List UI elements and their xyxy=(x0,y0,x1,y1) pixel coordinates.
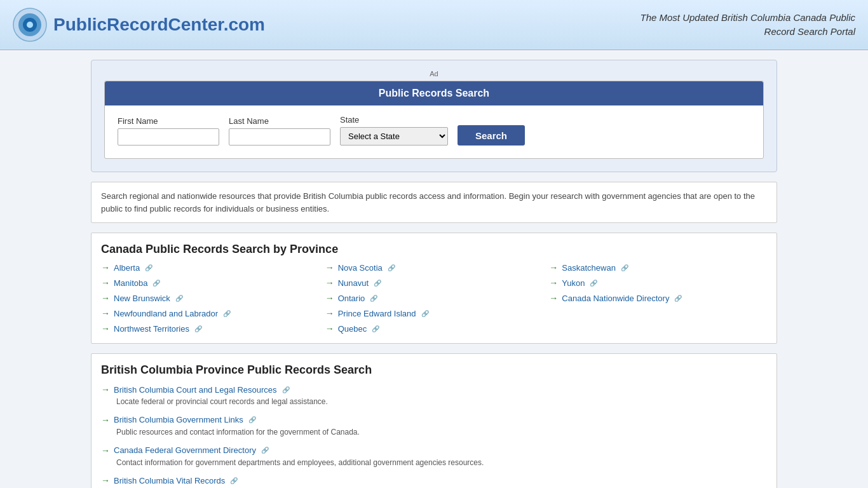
first-name-input[interactable] xyxy=(118,128,219,146)
bc-section-heading: British Columbia Province Public Records… xyxy=(101,363,767,377)
arrow-icon: → xyxy=(325,278,334,288)
arrow-icon: → xyxy=(101,308,110,318)
external-link-icon: 🔗 xyxy=(282,386,290,393)
bc-item-gov: → British Columbia Government Links 🔗 Pu… xyxy=(101,415,767,438)
external-link-icon: 🔗 xyxy=(223,310,231,317)
bc-gov-link[interactable]: British Columbia Government Links xyxy=(114,415,243,424)
bc-item-vital: → British Columbia Vital Records 🔗 Searc… xyxy=(101,475,767,488)
bc-item-link-row: → British Columbia Vital Records 🔗 xyxy=(101,475,767,485)
province-link[interactable]: Nova Scotia xyxy=(338,263,383,273)
site-header: PublicRecordCenter.com The Most Updated … xyxy=(0,0,868,50)
external-link-icon: 🔗 xyxy=(374,280,381,287)
svg-point-3 xyxy=(27,22,33,28)
search-button[interactable]: Search xyxy=(458,125,525,146)
arrow-icon: → xyxy=(101,293,110,303)
bc-court-desc: Locate federal or provincial court recor… xyxy=(116,396,767,407)
province-link[interactable]: Alberta xyxy=(114,263,140,273)
province-link[interactable]: Canada Nationwide Directory xyxy=(562,294,669,303)
state-select[interactable]: Select a State Alberta British Columbia … xyxy=(340,127,448,146)
arrow-icon: → xyxy=(549,293,558,303)
list-item xyxy=(549,323,767,334)
list-item: → Northwest Territories 🔗 xyxy=(101,323,319,334)
province-link[interactable]: Saskatchewan xyxy=(562,263,616,273)
bc-item-link-row: → British Columbia Government Links 🔗 xyxy=(101,415,767,425)
last-name-input[interactable] xyxy=(229,128,330,146)
arrow-icon: → xyxy=(101,415,110,425)
province-link[interactable]: Northwest Territories xyxy=(114,324,189,334)
list-item: → New Brunswick 🔗 xyxy=(101,293,319,303)
last-name-group: Last Name xyxy=(229,116,330,146)
arrow-icon: → xyxy=(325,323,334,334)
bc-court-link[interactable]: British Columbia Court and Legal Resourc… xyxy=(114,385,277,395)
arrow-icon: → xyxy=(549,278,558,288)
arrow-icon: → xyxy=(325,308,334,318)
list-item xyxy=(549,308,767,318)
bc-item-link-row: → Canada Federal Government Directory 🔗 xyxy=(101,445,767,456)
list-item: → Prince Edward Island 🔗 xyxy=(325,308,543,318)
external-link-icon: 🔗 xyxy=(153,280,160,287)
state-label: State xyxy=(340,115,448,125)
arrow-icon: → xyxy=(101,262,110,273)
province-link[interactable]: Newfoundland and Labrador xyxy=(114,309,218,318)
province-heading: Canada Public Records Search by Province xyxy=(101,243,767,256)
first-name-group: First Name xyxy=(118,116,219,146)
bc-gov-desc: Public resources and contact information… xyxy=(116,427,767,438)
external-link-icon: 🔗 xyxy=(421,310,429,317)
search-widget: Public Records Search First Name Last Na… xyxy=(104,81,764,159)
list-item: → Canada Nationwide Directory 🔗 xyxy=(549,293,767,303)
arrow-icon: → xyxy=(549,262,558,273)
external-link-icon: 🔗 xyxy=(370,295,377,302)
external-link-icon: 🔗 xyxy=(194,325,202,332)
province-grid: → Alberta 🔗 → Nova Scotia 🔗 → Saskatchew… xyxy=(101,262,767,334)
last-name-label: Last Name xyxy=(229,116,330,126)
external-link-icon: 🔗 xyxy=(175,295,183,302)
bc-item-federal: → Canada Federal Government Directory 🔗 … xyxy=(101,445,767,468)
list-item: → Saskatchewan 🔗 xyxy=(549,262,767,273)
list-item: → Nunavut 🔗 xyxy=(325,278,543,288)
list-item: → Ontario 🔗 xyxy=(325,293,543,303)
logo-icon xyxy=(13,8,47,42)
list-item: → Manitoba 🔗 xyxy=(101,278,319,288)
first-name-label: First Name xyxy=(118,116,219,126)
province-link[interactable]: Ontario xyxy=(338,294,365,303)
external-link-icon: 🔗 xyxy=(230,477,238,484)
ad-label: Ad xyxy=(104,70,764,78)
bc-federal-link[interactable]: Canada Federal Government Directory xyxy=(114,445,256,455)
tagline: The Most Updated British Columbia Canada… xyxy=(614,11,855,39)
arrow-icon: → xyxy=(101,475,110,485)
list-item: → Newfoundland and Labrador 🔗 xyxy=(101,308,319,318)
province-link[interactable]: New Brunswick xyxy=(114,294,170,303)
province-link[interactable]: Quebec xyxy=(338,324,367,334)
external-link-icon: 🔗 xyxy=(674,295,682,302)
arrow-icon: → xyxy=(101,323,110,334)
arrow-icon: → xyxy=(325,293,334,303)
province-link[interactable]: Nunavut xyxy=(338,278,369,288)
list-item: → Nova Scotia 🔗 xyxy=(325,262,543,273)
external-link-icon: 🔗 xyxy=(621,264,628,271)
search-widget-header: Public Records Search xyxy=(105,81,763,105)
bc-item-court: → British Columbia Court and Legal Resou… xyxy=(101,384,767,407)
list-item: → Quebec 🔗 xyxy=(325,323,543,334)
bc-item-link-row: → British Columbia Court and Legal Resou… xyxy=(101,384,767,395)
arrow-icon: → xyxy=(101,278,110,288)
province-link[interactable]: Yukon xyxy=(562,278,585,288)
external-link-icon: 🔗 xyxy=(590,280,597,287)
external-link-icon: 🔗 xyxy=(261,447,269,454)
search-widget-container: Ad Public Records Search First Name Last… xyxy=(91,60,777,172)
province-box: Canada Public Records Search by Province… xyxy=(91,233,777,344)
external-link-icon: 🔗 xyxy=(388,264,395,271)
description-box: Search regional and nationwide resources… xyxy=(91,182,777,223)
list-item: → Alberta 🔗 xyxy=(101,262,319,273)
bc-federal-desc: Contact information for government depar… xyxy=(116,458,767,468)
logo-area: PublicRecordCenter.com xyxy=(13,8,265,42)
province-link[interactable]: Prince Edward Island xyxy=(338,309,416,318)
external-link-icon: 🔗 xyxy=(248,416,256,423)
province-link[interactable]: Manitoba xyxy=(114,278,147,288)
arrow-icon: → xyxy=(325,262,334,273)
external-link-icon: 🔗 xyxy=(372,325,379,332)
bc-section-box: British Columbia Province Public Records… xyxy=(91,353,777,488)
bc-vital-link[interactable]: British Columbia Vital Records xyxy=(114,476,225,485)
external-link-icon: 🔗 xyxy=(145,264,153,271)
arrow-icon: → xyxy=(101,445,110,456)
search-form: First Name Last Name State Select a Stat… xyxy=(105,105,763,149)
